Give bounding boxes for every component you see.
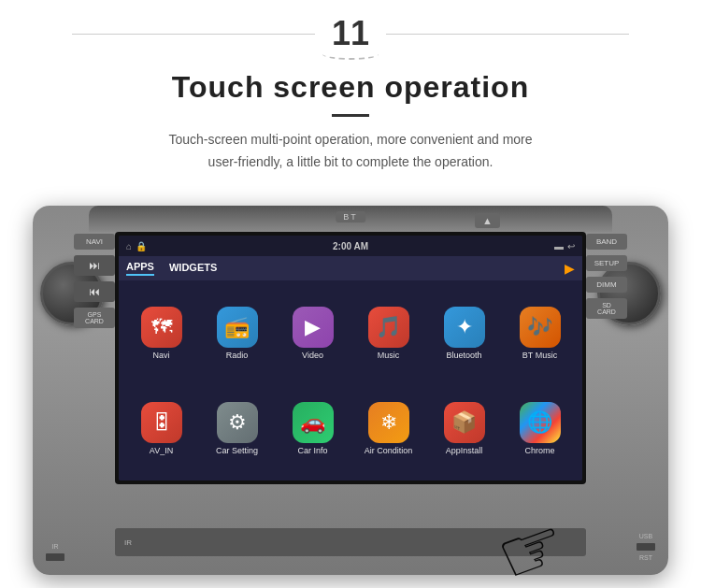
tab-apps[interactable]: APPS: [126, 261, 154, 276]
page-description: Touch-screen multi-point operation, more…: [0, 129, 701, 174]
app-music[interactable]: 🎵 Music: [353, 288, 423, 378]
bottom-ir-label: IR: [124, 538, 132, 547]
play-button[interactable]: ▶: [565, 261, 575, 276]
app-aircondition[interactable]: ❄ Air Condition: [353, 383, 423, 473]
app-btmusic[interactable]: 🎶 BT Music: [505, 288, 575, 378]
status-time: 2:00 AM: [333, 241, 368, 251]
aircondition-label: Air Condition: [365, 446, 413, 455]
radio-label: Radio: [226, 351, 249, 360]
app-appinstall[interactable]: 📦 AppInstall: [429, 383, 499, 473]
description-line-2: user-friendly, a little bit to complete …: [0, 151, 701, 174]
skip-forward-button[interactable]: ⏭: [74, 255, 115, 276]
ir-label-bottom: IR: [52, 543, 59, 550]
divider-line-left: [72, 34, 315, 35]
description-line-1: Touch-screen multi-point operation, more…: [0, 129, 701, 151]
chrome-label: Chrome: [524, 446, 554, 455]
appinstall-icon: 📦: [444, 402, 485, 443]
display-screen[interactable]: ⌂ 🔒 2:00 AM ▬ ↩ APPS WIDGETS ▶: [119, 236, 582, 480]
navi-icon: 🗺: [141, 307, 182, 348]
app-avin[interactable]: 🎛 AV_IN: [126, 383, 196, 473]
radio-body: BT ▲ NAVI ⏭ ⏮ GPSCARD BAND SETUP DIMM SD…: [33, 206, 668, 575]
app-video[interactable]: ▶ Video: [278, 288, 348, 378]
section-number: 11: [332, 17, 369, 50]
btmusic-icon: 🎶: [520, 307, 561, 348]
skip-back-button[interactable]: ⏮: [74, 281, 115, 302]
aircondition-icon: ❄: [368, 402, 409, 443]
avin-icon: 🎛: [141, 402, 182, 443]
music-icon: 🎵: [368, 307, 409, 348]
carsetting-icon: ⚙: [217, 402, 258, 443]
usb-slot: [637, 543, 655, 551]
app-navi[interactable]: 🗺 Navi: [126, 288, 196, 378]
section-divider: 11: [0, 17, 701, 50]
back-icon: ↩: [567, 241, 575, 251]
left-button-group: NAVI ⏭ ⏮ GPSCARD: [74, 234, 115, 328]
btmusic-label: BT Music: [522, 351, 557, 360]
app-tab-bar: APPS WIDGETS ▶: [119, 256, 582, 280]
gps-card-button[interactable]: GPSCARD: [74, 308, 115, 328]
rst-label: RST: [639, 554, 652, 561]
avin-label: AV_IN: [150, 446, 173, 455]
right-button-group: BAND SETUP DIMM SDCARD: [586, 234, 627, 319]
status-left: ⌂ 🔒: [126, 241, 147, 251]
sd-card-button[interactable]: SDCARD: [586, 298, 627, 319]
home-icon: ⌂: [126, 241, 132, 251]
app-carinfo[interactable]: 🚗 Car Info: [278, 383, 348, 473]
chrome-icon: 🌐: [520, 402, 561, 443]
bluetooth-label: Bluetooth: [446, 351, 481, 360]
car-radio-unit: BT ▲ NAVI ⏭ ⏮ GPSCARD BAND SETUP DIMM SD…: [33, 206, 668, 575]
radio-top-edge: BT ▲: [89, 206, 612, 232]
divider-line-right: [386, 34, 629, 35]
setup-button[interactable]: SETUP: [586, 255, 627, 271]
dimm-button[interactable]: DIMM: [586, 277, 627, 293]
ir-slot: [46, 553, 64, 561]
eject-button[interactable]: ▲: [475, 213, 500, 228]
lock-icon: 🔒: [136, 241, 147, 251]
radio-icon: 📻: [217, 307, 258, 348]
carinfo-label: Car Info: [297, 446, 327, 455]
video-icon: ▶: [293, 307, 334, 348]
carsetting-label: Car Setting: [216, 446, 258, 455]
bottom-left-items: IR: [46, 543, 64, 561]
usb-label: USB: [639, 533, 652, 539]
screen-bezel: ⌂ 🔒 2:00 AM ▬ ↩ APPS WIDGETS ▶: [115, 232, 586, 484]
app-grid: 🗺 Navi 📻 Radio ▶ Video 🎵 Music: [119, 280, 582, 480]
signal-icon: ▬: [554, 241, 564, 251]
bt-label: BT: [336, 211, 365, 222]
carinfo-icon: 🚗: [293, 402, 334, 443]
dotted-arc: [322, 49, 379, 60]
title-underline: [332, 114, 369, 117]
navi-label: Navi: [152, 351, 169, 360]
video-label: Video: [302, 351, 323, 360]
music-label: Music: [378, 351, 400, 360]
app-bluetooth[interactable]: ✦ Bluetooth: [429, 288, 499, 378]
app-carsetting[interactable]: ⚙ Car Setting: [202, 383, 272, 473]
app-radio[interactable]: 📻 Radio: [202, 288, 272, 378]
status-right: ▬ ↩: [554, 241, 575, 251]
band-button[interactable]: BAND: [586, 234, 627, 250]
status-bar: ⌂ 🔒 2:00 AM ▬ ↩: [119, 236, 582, 256]
bottom-strip: IR: [115, 528, 586, 556]
bottom-right-items: USB RST: [637, 533, 655, 561]
navi-button[interactable]: NAVI: [74, 234, 115, 250]
tab-widgets[interactable]: WIDGETS: [169, 262, 217, 275]
bluetooth-icon: ✦: [444, 307, 485, 348]
appinstall-label: AppInstall: [446, 446, 483, 455]
page-title: Touch screen operation: [0, 70, 701, 105]
app-chrome[interactable]: 🌐 Chrome: [505, 383, 575, 473]
